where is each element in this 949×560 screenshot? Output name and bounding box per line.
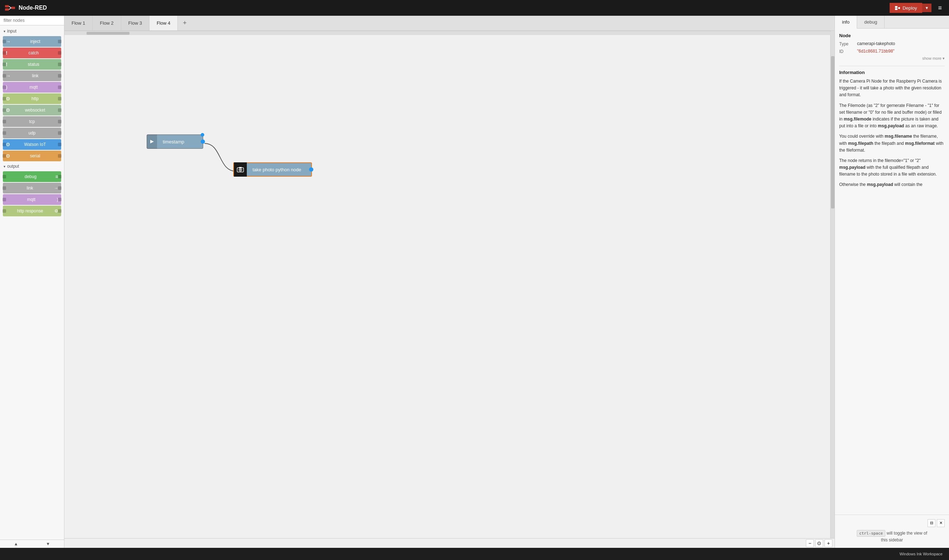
flows-tabs-bar: Flow 1 Flow 2 Flow 3 Flow 4 + bbox=[65, 16, 835, 31]
information-section: Information If the Camera Pi Node for th… bbox=[839, 70, 945, 188]
node-mqtt-out-port-right bbox=[58, 198, 62, 202]
node-link[interactable]: → link bbox=[3, 71, 61, 81]
ctrl-space-label: ctrl-space bbox=[857, 530, 885, 537]
scroll-up-button[interactable]: ▲ bbox=[0, 540, 32, 548]
tab-flow4[interactable]: Flow 4 bbox=[149, 16, 178, 31]
tab-debug[interactable]: debug bbox=[857, 16, 884, 28]
type-row: Type camerapi-takephoto bbox=[839, 41, 945, 46]
canvas-vscroll-thumb[interactable] bbox=[831, 56, 835, 208]
canvas-vertical-scrollbar[interactable] bbox=[830, 31, 835, 538]
windows-ink-item[interactable]: Windows Ink Workspace bbox=[897, 552, 946, 556]
info-divider bbox=[839, 66, 945, 66]
canvas-inner: timestamp bbox=[65, 31, 835, 538]
show-more-link[interactable]: show more ▾ bbox=[839, 56, 945, 61]
zoom-controls: − ⊙ + bbox=[65, 538, 835, 548]
camera-icon bbox=[237, 167, 244, 172]
node-debug-port-left bbox=[3, 175, 6, 178]
nodes-list: ▾ input → inject ! catch ! status bbox=[0, 25, 64, 540]
link-label: link bbox=[12, 73, 58, 78]
canvas-horizontal-scrollbar[interactable] bbox=[65, 31, 835, 35]
zoom-reset-button[interactable]: ⊙ bbox=[815, 539, 823, 547]
canvas-node-photo[interactable]: take photo python node bbox=[233, 162, 312, 177]
http-response-label: http response bbox=[6, 208, 54, 214]
tab-info[interactable]: info bbox=[835, 16, 857, 29]
node-tcp[interactable]: tcp bbox=[3, 116, 61, 127]
canvas-node-timestamp[interactable]: timestamp bbox=[147, 134, 203, 149]
tab-flow2[interactable]: Flow 2 bbox=[92, 16, 121, 31]
node-udp[interactable]: udp bbox=[3, 128, 61, 138]
node-debug[interactable]: debug ≡ bbox=[3, 171, 61, 182]
inject-label: inject bbox=[12, 39, 58, 44]
this-sidebar-text: this sidebar bbox=[881, 537, 903, 543]
debug-label: debug bbox=[6, 174, 55, 179]
add-flow-button[interactable]: + bbox=[178, 16, 192, 31]
flow-canvas[interactable]: timestamp bbox=[65, 31, 835, 538]
mqtt-label: mqtt bbox=[9, 85, 58, 90]
filter-nodes-input[interactable] bbox=[0, 16, 64, 25]
node-mqtt[interactable]: ) mqtt bbox=[3, 82, 61, 92]
output-section-header[interactable]: ▾ output bbox=[0, 162, 64, 171]
svg-line-4 bbox=[9, 8, 11, 10]
node-mqtt-out[interactable]: mqtt ) bbox=[3, 194, 61, 205]
tab-flow3[interactable]: Flow 3 bbox=[121, 16, 149, 31]
scroll-down-button[interactable]: ▼ bbox=[32, 540, 65, 548]
status-label: status bbox=[9, 62, 58, 67]
svg-marker-8 bbox=[150, 140, 154, 143]
input-section-label: input bbox=[7, 29, 17, 34]
tab-flow2-label: Flow 2 bbox=[100, 20, 113, 26]
id-label: ID bbox=[839, 49, 853, 54]
input-section-header[interactable]: ▾ input bbox=[0, 27, 64, 35]
node-http-port-left bbox=[3, 97, 6, 100]
deploy-label: Deploy bbox=[903, 5, 917, 11]
watson-icon: ⚙ bbox=[6, 142, 10, 147]
node-http-response[interactable]: http response ⚙ bbox=[3, 206, 61, 216]
sidebar-scroll-controls: ▲ ▼ bbox=[0, 540, 64, 548]
node-link-out[interactable]: link → bbox=[3, 183, 61, 194]
collapse-button[interactable]: ⊟ bbox=[927, 519, 935, 527]
tab-info-label: info bbox=[842, 19, 850, 25]
udp-label: udp bbox=[6, 131, 58, 135]
node-http[interactable]: ⚙ http bbox=[3, 93, 61, 104]
node-status-port-right bbox=[58, 63, 62, 66]
node-tcp-port-right bbox=[58, 120, 62, 123]
zoom-in-button[interactable]: + bbox=[824, 539, 832, 547]
info-content: Node Type camerapi-takephoto ID "6d1c868… bbox=[835, 29, 949, 515]
node-watson[interactable]: ⚙ Watson IoT bbox=[3, 139, 61, 150]
canvas-hscroll-track[interactable] bbox=[65, 32, 834, 35]
sidebar-bottom-hint: ⊟ ✕ ctrl-space will toggle the view of t… bbox=[835, 515, 949, 548]
node-catch[interactable]: ! catch bbox=[3, 48, 61, 58]
tab-flow3-label: Flow 3 bbox=[128, 20, 142, 26]
will-toggle-text: will toggle the view of bbox=[887, 531, 927, 536]
tab-flow1[interactable]: Flow 1 bbox=[65, 16, 92, 31]
type-value: camerapi-takephoto bbox=[857, 41, 895, 46]
node-serial-port-left bbox=[3, 154, 6, 158]
node-status[interactable]: ! status bbox=[3, 59, 61, 70]
info-para-1: The Filemode (as "2" for gernerate Filen… bbox=[839, 102, 945, 130]
topbar: Node-RED Deploy ▼ ≡ bbox=[0, 0, 949, 16]
deploy-button[interactable]: Deploy bbox=[890, 3, 922, 13]
link-icon: → bbox=[6, 73, 11, 78]
node-link-port-right bbox=[58, 74, 62, 78]
canvas-hscroll-thumb[interactable] bbox=[86, 32, 129, 35]
photo-output-port bbox=[309, 167, 313, 172]
node-udp-port-right bbox=[58, 131, 62, 135]
canvas-area: Flow 1 Flow 2 Flow 3 Flow 4 + bbox=[65, 16, 835, 548]
node-http-response-port-left bbox=[3, 209, 6, 213]
serial-label: serial bbox=[12, 154, 58, 158]
node-websocket[interactable]: ⚙ websocket bbox=[3, 105, 61, 115]
node-mqtt-port-left bbox=[3, 85, 6, 89]
deploy-dropdown-button[interactable]: ▼ bbox=[922, 3, 932, 12]
svg-rect-1 bbox=[5, 9, 9, 11]
close-button[interactable]: ✕ bbox=[937, 519, 945, 527]
nodes-sidebar: ▾ input → inject ! catch ! status bbox=[0, 16, 65, 548]
timestamp-left-box bbox=[147, 134, 157, 149]
node-inject[interactable]: → inject bbox=[3, 36, 61, 47]
node-red-logo-icon bbox=[4, 4, 16, 12]
node-status-port-left bbox=[3, 63, 6, 66]
info-para-3: The node returns in the filemode="1" or … bbox=[839, 157, 945, 178]
zoom-out-button[interactable]: − bbox=[806, 539, 814, 547]
hamburger-menu-button[interactable]: ≡ bbox=[935, 3, 945, 13]
node-serial[interactable]: ⚙ serial bbox=[3, 151, 61, 161]
node-mqtt-out-port-left bbox=[3, 198, 6, 202]
node-inject-port-right bbox=[58, 40, 62, 43]
